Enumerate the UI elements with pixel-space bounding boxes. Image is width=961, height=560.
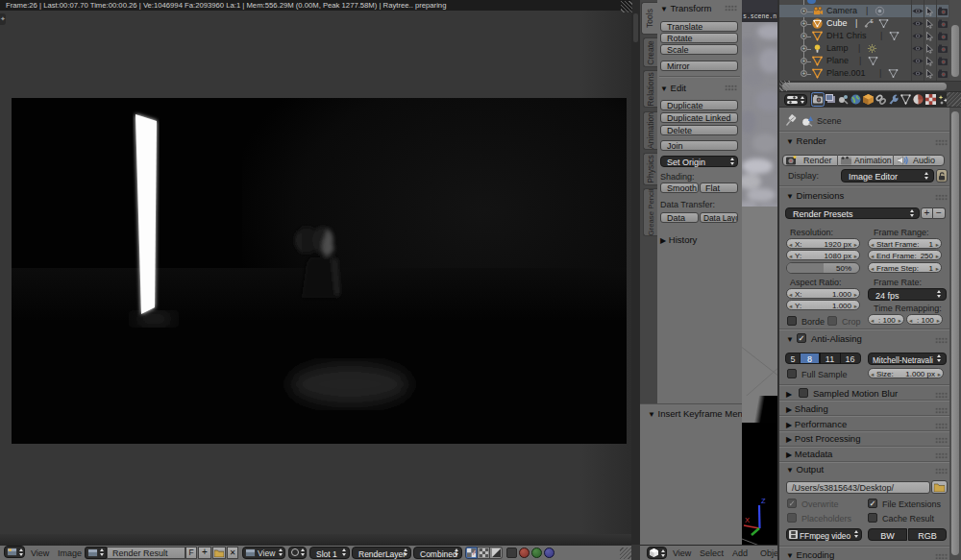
svg-text:X: X bbox=[745, 516, 750, 524]
svg-text:Z: Z bbox=[761, 497, 766, 505]
svg-text:S: S bbox=[870, 19, 873, 24]
